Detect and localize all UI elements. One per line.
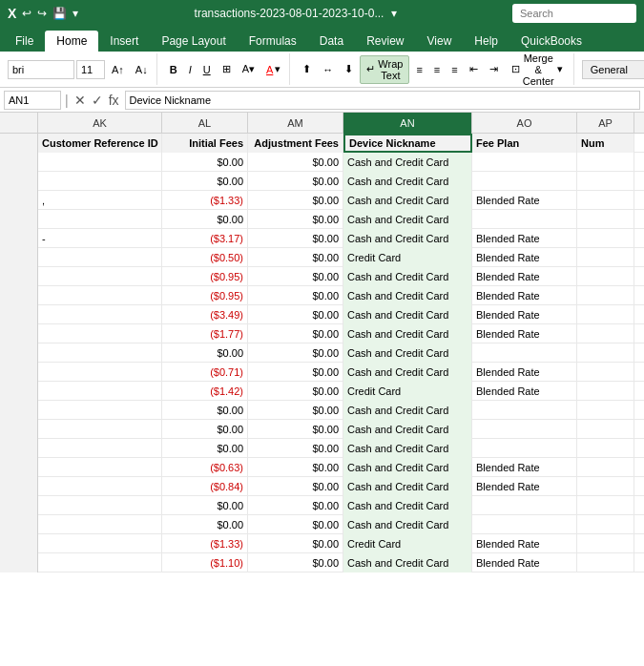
cell-ak-22[interactable] — [38, 553, 162, 572]
cell-ao-22[interactable]: Blended Rate — [472, 553, 577, 572]
dropdown-icon[interactable]: ▾ — [391, 7, 397, 20]
italic-btn[interactable]: I — [184, 59, 197, 80]
merge-dropdown-icon[interactable]: ▾ — [557, 63, 563, 75]
cell-ak-11[interactable] — [38, 343, 162, 363]
cell-an-5[interactable]: Cash and Credit Card — [343, 229, 472, 248]
cell-ak-20[interactable] — [38, 515, 162, 534]
cell-ak-2[interactable] — [38, 172, 162, 191]
bold-btn[interactable]: B — [165, 59, 182, 80]
cell-ao-4[interactable] — [472, 210, 577, 229]
cell-ap-21[interactable] — [577, 534, 634, 553]
cell-al-18[interactable]: ($0.84) — [162, 477, 248, 496]
cell-ap-19[interactable] — [577, 496, 634, 515]
col-header-ao[interactable]: AO — [472, 113, 577, 134]
cell-an-15[interactable]: Cash and Credit Card — [343, 420, 472, 439]
align-bottom-btn[interactable]: ⬇ — [340, 59, 358, 80]
cell-am-15[interactable]: $0.00 — [248, 420, 343, 439]
indent-increase-btn[interactable]: ⇥ — [485, 59, 503, 80]
cell-ap-3[interactable] — [577, 191, 634, 210]
cell-ak-12[interactable] — [38, 363, 162, 382]
cell-al-13[interactable]: ($1.42) — [162, 382, 248, 401]
cell-ao-9[interactable]: Blended Rate — [472, 305, 577, 324]
col-header-ap[interactable]: AP — [577, 113, 634, 134]
cell-ap-17[interactable] — [577, 458, 634, 477]
tab-formulas[interactable]: Formulas — [238, 31, 308, 52]
cell-ak-6[interactable] — [38, 248, 162, 267]
cell-am-2[interactable]: $0.00 — [248, 172, 343, 191]
cell-am-12[interactable]: $0.00 — [248, 363, 343, 382]
tab-page-layout[interactable]: Page Layout — [150, 31, 237, 52]
formula-cancel-btn[interactable]: ✕ — [73, 93, 88, 108]
font-color-btn[interactable]: A▾ — [261, 59, 285, 80]
align-right-btn[interactable]: ≡ — [447, 59, 462, 80]
border-btn[interactable]: ⊞ — [218, 59, 236, 80]
cell-ap-22[interactable] — [577, 553, 634, 572]
tab-quickbooks[interactable]: QuickBooks — [509, 31, 593, 52]
cell-header-ao[interactable]: Fee Plan — [472, 134, 577, 153]
font-name-input[interactable] — [8, 60, 74, 79]
cell-ak-8[interactable] — [38, 286, 162, 305]
cell-am-13[interactable]: $0.00 — [248, 382, 343, 401]
cell-al-16[interactable]: $0.00 — [162, 439, 248, 458]
cell-ao-10[interactable]: Blended Rate — [472, 324, 577, 343]
cell-ao-15[interactable] — [472, 420, 577, 439]
cell-ak-15[interactable] — [38, 420, 162, 439]
cell-al-3[interactable]: ($1.33) — [162, 191, 248, 210]
cell-an-1[interactable]: Cash and Credit Card — [343, 153, 472, 172]
cell-ao-17[interactable]: Blended Rate — [472, 458, 577, 477]
cell-header-am[interactable]: Adjustment Fees — [248, 134, 343, 153]
cell-am-17[interactable]: $0.00 — [248, 458, 343, 477]
cell-ao-21[interactable]: Blended Rate — [472, 534, 577, 553]
tab-home[interactable]: Home — [45, 31, 98, 52]
cell-am-4[interactable]: $0.00 — [248, 210, 343, 229]
cell-ao-8[interactable]: Blended Rate — [472, 286, 577, 305]
cell-ap-10[interactable] — [577, 324, 634, 343]
cell-al-2[interactable]: $0.00 — [162, 172, 248, 191]
cell-ao-13[interactable]: Blended Rate — [472, 382, 577, 401]
cell-ak-13[interactable] — [38, 382, 162, 401]
cell-an-14[interactable]: Cash and Credit Card — [343, 401, 472, 420]
cell-an-10[interactable]: Cash and Credit Card — [343, 324, 472, 343]
cell-am-10[interactable]: $0.00 — [248, 324, 343, 343]
cell-ap-1[interactable] — [577, 153, 634, 172]
cell-an-18[interactable]: Cash and Credit Card — [343, 477, 472, 496]
wrap-text-btn[interactable]: ↵ Wrap Text — [360, 55, 409, 84]
cell-ao-5[interactable]: Blended Rate — [472, 229, 577, 248]
cell-ao-6[interactable]: Blended Rate — [472, 248, 577, 267]
cell-al-12[interactable]: ($0.71) — [162, 363, 248, 382]
cell-an-6[interactable]: Credit Card — [343, 248, 472, 267]
cell-an-16[interactable]: Cash and Credit Card — [343, 439, 472, 458]
cell-am-7[interactable]: $0.00 — [248, 267, 343, 286]
cell-ap-18[interactable] — [577, 477, 634, 496]
cell-al-6[interactable]: ($0.50) — [162, 248, 248, 267]
cell-am-16[interactable]: $0.00 — [248, 439, 343, 458]
cell-al-4[interactable]: $0.00 — [162, 210, 248, 229]
cell-an-4[interactable]: Cash and Credit Card — [343, 210, 472, 229]
cell-ak-16[interactable] — [38, 439, 162, 458]
align-left-btn[interactable]: ≡ — [411, 59, 426, 80]
cell-an-8[interactable]: Cash and Credit Card — [343, 286, 472, 305]
indent-decrease-btn[interactable]: ⇤ — [465, 59, 483, 80]
tab-view[interactable]: View — [416, 31, 464, 52]
cell-ak-4[interactable] — [38, 210, 162, 229]
cell-ak-18[interactable] — [38, 477, 162, 496]
cell-am-1[interactable]: $0.00 — [248, 153, 343, 172]
cell-ak-3[interactable]: , — [38, 191, 162, 210]
search-input[interactable] — [512, 4, 636, 23]
tab-file[interactable]: File — [4, 31, 45, 52]
number-format-select[interactable]: General — [582, 60, 644, 79]
cell-an-2[interactable]: Cash and Credit Card — [343, 172, 472, 191]
cell-ap-2[interactable] — [577, 172, 634, 191]
cell-an-9[interactable]: Cash and Credit Card — [343, 305, 472, 324]
font-increase-btn[interactable]: A↑ — [107, 59, 129, 80]
cell-ak-19[interactable] — [38, 496, 162, 515]
cell-ao-7[interactable]: Blended Rate — [472, 267, 577, 286]
cell-am-8[interactable]: $0.00 — [248, 286, 343, 305]
fill-color-btn[interactable]: A▾ — [238, 59, 260, 80]
cell-header-al[interactable]: Initial Fees — [162, 134, 248, 153]
col-header-al[interactable]: AL — [162, 113, 248, 134]
cell-am-21[interactable]: $0.00 — [248, 534, 343, 553]
cell-ap-9[interactable] — [577, 305, 634, 324]
cell-al-19[interactable]: $0.00 — [162, 496, 248, 515]
cell-ao-3[interactable]: Blended Rate — [472, 191, 577, 210]
